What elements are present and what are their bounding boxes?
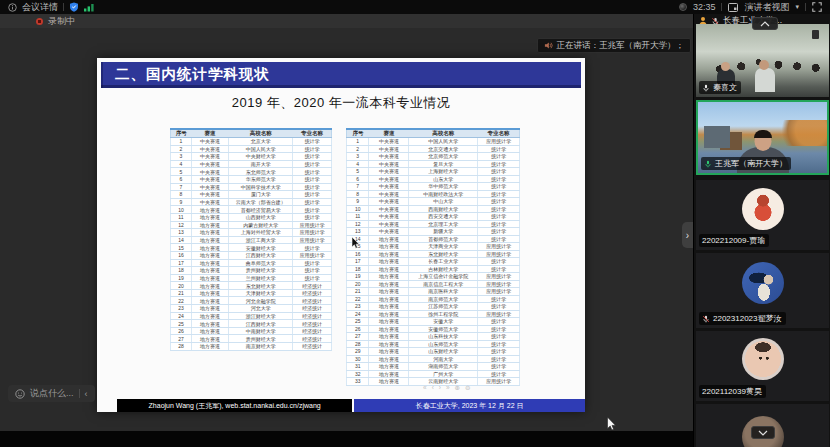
table-cell: 统计学 <box>478 160 520 168</box>
recording-dot-icon <box>36 18 43 25</box>
table-row: 5中央赛道东北师范大学统计学 <box>171 168 332 176</box>
table-cell: 16 <box>171 251 192 259</box>
table-cell: 25 <box>171 320 192 328</box>
table-cell: 应用统计学 <box>293 229 332 237</box>
avatar <box>742 188 784 230</box>
network-signal-icon[interactable] <box>84 3 95 12</box>
table-row: 25地方赛道江西财经大学经济统计 <box>171 320 332 328</box>
table-cell: 统计学 <box>478 355 520 363</box>
table-row: 23地方赛道河北大学经济统计 <box>171 305 332 313</box>
video-tile-partial[interactable] <box>696 404 829 447</box>
table-cell: 应用统计学 <box>478 243 520 251</box>
meeting-window: 会议详情 32:35 演讲者视图 ▾ 录制中 正在讲话：王兆军（南开大学）； <box>0 0 830 447</box>
chat-input-placeholder[interactable]: 说点什么... <box>30 387 74 400</box>
bottom-strip <box>0 431 693 447</box>
table-cell: 地方赛道 <box>369 265 409 273</box>
video-tile-jiayu[interactable]: 2202212009-贾瑜 <box>696 180 829 250</box>
table-cell: 统计学 <box>293 213 332 221</box>
table-cell: 地方赛道 <box>191 267 228 275</box>
table-cell: 13 <box>347 228 369 236</box>
security-shield-icon[interactable] <box>69 2 79 12</box>
table-row: 16地方赛道江西财经大学应用统计学 <box>171 251 332 259</box>
table-cell: 内蒙古财经大学 <box>228 221 292 229</box>
participant-name: 2202112039黄昊 <box>702 386 762 397</box>
table-cell: 19 <box>347 273 369 281</box>
table-cell: 江西财经大学 <box>228 251 292 259</box>
table-row: 15地方赛道安徽财经大学统计学 <box>171 244 332 252</box>
table-cell: 应用统计学 <box>478 138 520 146</box>
chat-quick-bar[interactable]: 说点什么... ‹ <box>8 385 95 402</box>
video-tile-zhaimengru[interactable]: 2202312023翟梦汝 <box>696 253 829 328</box>
table-cell: 上海财经大学 <box>409 168 478 176</box>
table-row: 21地方赛道天津财经大学经济统计 <box>171 289 332 297</box>
video-tile-qinxiwen[interactable]: 秦喜文 <box>696 24 829 97</box>
table-cell: 地方赛道 <box>191 236 228 244</box>
video-tile-wangzhaojun[interactable]: 王兆军（南开大学） <box>696 100 829 175</box>
table-cell: 统计学 <box>293 153 332 161</box>
table-cell: 经济统计 <box>293 312 332 320</box>
table-cell: 地方赛道 <box>369 340 409 348</box>
table-cell: 统计学 <box>478 340 520 348</box>
slide-nav-icon[interactable]: « <box>423 384 427 392</box>
column-header: 赛道 <box>369 129 409 138</box>
table-cell: 21 <box>171 289 192 297</box>
table-cell: 统计学 <box>478 370 520 378</box>
table-cell: 统计学 <box>478 198 520 206</box>
table-row: 26地方赛道安徽师范大学统计学 <box>347 325 520 333</box>
sidebar-collapse-button[interactable] <box>752 17 778 30</box>
view-mode-selector[interactable]: 演讲者视图 <box>744 1 789 14</box>
table-cell: 地方赛道 <box>369 355 409 363</box>
meeting-details-button[interactable]: 会议详情 <box>22 1 58 14</box>
scroll-down-button[interactable] <box>751 426 775 439</box>
table-cell: 统计学 <box>478 145 520 153</box>
table-cell: 中央赛道 <box>369 175 409 183</box>
participants-sidebar: 长春工业大学… 秦喜文 <box>693 14 830 447</box>
table-cell: 统计学 <box>478 258 520 266</box>
table-cell: 统计学 <box>478 265 520 273</box>
table-cell: 地方赛道 <box>191 297 228 305</box>
table-cell: 应用统计学 <box>293 236 332 244</box>
table-cell: 中央赛道 <box>369 220 409 228</box>
slide-nav-icon[interactable]: ⊖ <box>465 384 470 392</box>
speaking-text: 正在讲话：王兆军（南开大学）； <box>557 40 685 52</box>
table-row: 28地方赛道山东师范大学统计学 <box>347 340 520 348</box>
table-row: 11中央赛道西安交通大学统计学 <box>347 213 520 221</box>
column-header: 赛道 <box>191 129 228 138</box>
table-cell: 上海对外经贸大学 <box>228 229 292 237</box>
slide-nav-icon[interactable]: » <box>446 384 450 392</box>
table-cell: 地方赛道 <box>191 229 228 237</box>
sidebar-expand-tab[interactable]: › <box>682 222 693 248</box>
table-cell: 33 <box>347 378 369 386</box>
slide-nav-icon[interactable]: ⊕ <box>455 384 460 392</box>
table-cell: 统计学 <box>478 183 520 191</box>
table-row: 23地方赛道江苏师范大学统计学 <box>347 303 520 311</box>
video-tile-huanghao[interactable]: 2202112039黄昊 <box>696 331 829 401</box>
table-cell: 地方赛道 <box>191 259 228 267</box>
meeting-timer: 32:35 <box>693 2 716 12</box>
pdf-viewer-toolbar[interactable]: «‹›»⊕⊖ <box>423 384 471 392</box>
table-cell: 北京理工大学 <box>409 220 478 228</box>
table-row: 24地方赛道徐州工程学院应用统计学 <box>347 310 520 318</box>
column-header: 专业名称 <box>478 129 520 138</box>
divider <box>721 3 722 11</box>
table-cell: 地方赛道 <box>369 370 409 378</box>
table-cell: 2 <box>171 145 192 153</box>
slide-nav-icon[interactable]: ‹ <box>432 384 434 392</box>
table-cell: 中山大学 <box>409 198 478 206</box>
chat-collapse-button[interactable]: ‹ <box>85 389 88 399</box>
table-row: 27地方赛道贵州财经大学经济统计 <box>171 335 332 343</box>
participant-name-badge: 王兆军（南开大学） <box>701 157 791 170</box>
fullscreen-icon[interactable] <box>812 2 822 12</box>
table-cell: 中央赛道 <box>191 175 228 183</box>
emoji-icon[interactable] <box>15 389 25 399</box>
table-cell: 地方赛道 <box>191 206 228 214</box>
table-row: 25地方赛道安徽大学统计学 <box>347 318 520 326</box>
table-cell: 中国人民大学 <box>409 138 478 146</box>
table-cell: 7 <box>347 183 369 191</box>
table-cell: 地方赛道 <box>191 282 228 290</box>
participant-name-badge: 2202112039黄昊 <box>699 385 766 398</box>
slide-nav-icon[interactable]: › <box>439 384 441 392</box>
table-cell: 地方赛道 <box>191 305 228 313</box>
table-cell: 贵州财经大学 <box>228 267 292 275</box>
table-cell: 中央赛道 <box>369 145 409 153</box>
